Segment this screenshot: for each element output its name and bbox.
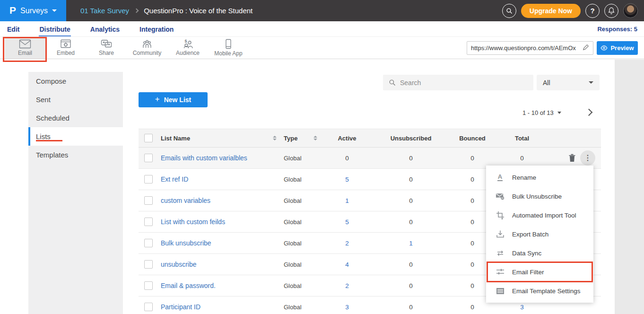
- search-input[interactable]: [400, 79, 528, 87]
- email-icon: [19, 39, 31, 49]
- list-search: [383, 75, 533, 90]
- list-type: Global: [278, 240, 312, 247]
- list-name-link[interactable]: Ext ref ID: [161, 175, 271, 183]
- row-checkbox[interactable]: [144, 239, 153, 247]
- export-batch-icon: [496, 230, 505, 239]
- plus-icon: +: [155, 95, 160, 104]
- list-type: Global: [278, 261, 312, 268]
- sidebar-item-templates[interactable]: Templates: [28, 146, 123, 164]
- row-checkbox[interactable]: [144, 175, 153, 183]
- responses-count[interactable]: Responses: 5: [597, 26, 637, 33]
- row-checkbox[interactable]: [144, 196, 153, 205]
- breadcrumb: 01 Take Survey QuestionPro : Voice of th…: [80, 7, 252, 15]
- active-count[interactable]: 4: [319, 261, 375, 268]
- sidebar-item-sent[interactable]: Sent: [28, 90, 123, 109]
- next-page-chevron[interactable]: [585, 109, 593, 116]
- tab-analytics[interactable]: Analytics: [90, 22, 120, 36]
- menu-item-email-template-settings[interactable]: Email Template Settings: [486, 281, 593, 300]
- active-count[interactable]: 5: [319, 176, 375, 183]
- channel-mobile-app[interactable]: Mobile App: [208, 37, 249, 59]
- survey-url-input[interactable]: [471, 44, 580, 52]
- channel-email[interactable]: Email: [5, 37, 45, 59]
- list-name-link[interactable]: Email & password.: [161, 282, 271, 289]
- filter-value: All: [543, 79, 550, 87]
- user-avatar[interactable]: [623, 3, 638, 18]
- menu-item-automated-import[interactable]: Automated Import Tool: [486, 206, 593, 225]
- row-checkbox[interactable]: [144, 260, 153, 269]
- search-icon: [389, 79, 396, 86]
- edit-url-pencil-icon[interactable]: [583, 44, 589, 52]
- help-button[interactable]: ?: [585, 4, 600, 18]
- sort-icon[interactable]: [271, 136, 278, 140]
- app-header: P Surveys 01 Take Survey QuestionPro : V…: [0, 0, 644, 21]
- tab-edit[interactable]: Edit: [7, 22, 20, 36]
- search-icon: [506, 8, 513, 14]
- chevron-down-icon: [52, 9, 57, 12]
- distribute-toolbar: Email Embed Share Community $: [0, 37, 644, 59]
- active-count[interactable]: 3: [319, 304, 375, 311]
- product-label: Surveys: [20, 7, 48, 15]
- active-count[interactable]: 2: [319, 282, 375, 289]
- menu-item-bulk-unsubscribe[interactable]: Bulk Unsubscribe: [486, 187, 593, 206]
- sidebar-item-compose[interactable]: Compose: [28, 72, 123, 90]
- svg-text:$: $: [184, 39, 187, 44]
- row-checkbox[interactable]: [144, 281, 153, 290]
- unsubscribed-count: 0: [375, 304, 446, 311]
- search-button[interactable]: [502, 4, 516, 18]
- channel-label: Audience: [176, 50, 200, 56]
- total-count[interactable]: 3: [498, 304, 546, 311]
- list-name-link[interactable]: custom variables: [161, 197, 271, 204]
- pagination-control[interactable]: 1 - 10 of 13: [522, 109, 561, 116]
- list-name-link[interactable]: unsubscribe: [161, 261, 271, 268]
- unsubscribed-count: 0: [375, 197, 446, 204]
- sort-icon[interactable]: [312, 136, 319, 140]
- list-name-link[interactable]: Emails with custom varialbles: [161, 154, 271, 162]
- column-header-list-name[interactable]: List Name: [161, 135, 271, 142]
- menu-item-data-sync[interactable]: Data Sync: [486, 244, 593, 262]
- list-type: Global: [278, 176, 312, 183]
- channel-embed[interactable]: Embed: [45, 37, 86, 59]
- list-name-link[interactable]: List with custom feilds: [161, 218, 271, 226]
- annotation-underline-lists: [36, 140, 62, 141]
- channel-share[interactable]: Share: [86, 37, 127, 59]
- row-checkbox[interactable]: [144, 218, 153, 226]
- preview-button[interactable]: Preview: [597, 41, 638, 55]
- menu-item-label: Export Batch: [512, 231, 548, 238]
- sidebar-item-scheduled[interactable]: Scheduled: [28, 109, 123, 127]
- menu-item-email-filter[interactable]: Email Filter: [486, 262, 593, 281]
- list-filter-dropdown[interactable]: All: [537, 75, 600, 90]
- list-name-link[interactable]: Bulk unsubscribe: [161, 239, 271, 247]
- active-count[interactable]: 2: [319, 240, 375, 247]
- tab-distribute[interactable]: Distribute: [39, 22, 70, 36]
- upgrade-now-button[interactable]: Upgrade Now: [521, 4, 581, 18]
- row-checkbox[interactable]: [144, 154, 153, 162]
- delete-list-button[interactable]: [567, 153, 577, 163]
- unsubscribed-count[interactable]: 1: [375, 240, 446, 247]
- notifications-button[interactable]: [604, 4, 618, 18]
- chevron-down-icon: [557, 112, 561, 114]
- automated-import-icon: [496, 211, 505, 220]
- list-name-link[interactable]: Participant ID: [161, 303, 271, 311]
- survey-url-field: [467, 41, 593, 55]
- channel-community[interactable]: Community: [127, 37, 167, 59]
- menu-item-export-batch[interactable]: Export Batch: [486, 225, 593, 244]
- column-header-type[interactable]: Type: [278, 135, 312, 142]
- menu-item-label: Email Filter: [512, 269, 544, 276]
- sidebar-item-label: Sent: [36, 96, 51, 104]
- row-more-menu-button[interactable]: ⋮: [580, 150, 595, 166]
- channel-audience[interactable]: $ Audience: [167, 37, 208, 59]
- menu-item-rename[interactable]: A Rename: [486, 168, 593, 187]
- menu-item-label: Data Sync: [512, 250, 541, 257]
- tab-integration[interactable]: Integration: [139, 22, 174, 36]
- unsubscribed-count: 0: [375, 218, 446, 226]
- active-count[interactable]: 5: [319, 218, 375, 226]
- new-list-button[interactable]: + New List: [139, 92, 208, 107]
- select-all-checkbox[interactable]: [144, 134, 153, 142]
- surveys-product-menu[interactable]: P Surveys: [0, 0, 66, 21]
- breadcrumb-survey-link[interactable]: 01 Take Survey: [80, 7, 129, 15]
- active-count[interactable]: 1: [319, 197, 375, 204]
- sidebar-item-lists[interactable]: Lists: [28, 127, 123, 146]
- community-icon: [141, 39, 153, 49]
- row-checkbox[interactable]: [144, 303, 153, 311]
- pagination-label: 1 - 10 of 13: [522, 109, 554, 116]
